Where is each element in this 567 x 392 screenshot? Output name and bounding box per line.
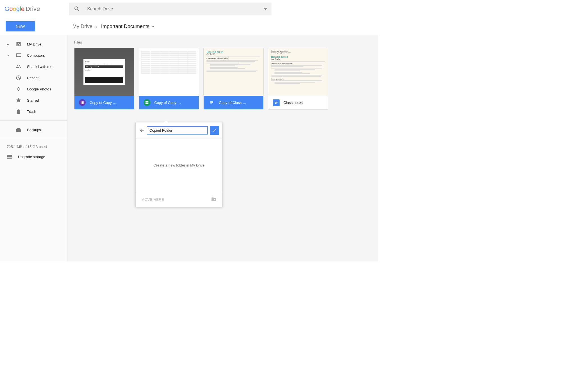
move-here-button[interactable]: MOVE HERE [141,197,164,202]
collapse-icon[interactable]: ▼ [7,54,10,57]
sidebar-item-label: My Drive [27,42,41,46]
sidebar-item-label: Upgrade storage [18,155,45,159]
main-content: Files Quiz For your answer for each ques… [67,35,378,261]
breadcrumb: My Drive › Important Documents [67,18,378,35]
dialog-empty-message: Create a new folder in My Drive [136,138,222,192]
file-name: Class notes [284,101,303,105]
sidebar-item-backups[interactable]: Backups [0,124,67,135]
trash-icon [16,109,21,114]
storage-usage-text: 725.1 MB of 15 GB used [0,142,67,151]
sidebar-item-upgrade[interactable]: Upgrade storage [0,151,67,162]
app-header: Google Drive [0,0,378,18]
drive-icon [16,41,21,47]
computers-icon [16,53,21,58]
logo[interactable]: Google Drive [4,5,69,13]
drive-word: Drive [26,5,40,13]
section-label-files: Files [74,40,371,44]
breadcrumb-dropdown-icon [152,26,155,27]
new-folder-icon[interactable] [211,197,217,202]
people-icon [16,64,21,69]
clock-icon [16,75,21,81]
breadcrumb-root[interactable]: My Drive [72,24,92,29]
search-bar[interactable] [69,3,271,15]
expand-icon[interactable]: ▶ [7,43,10,46]
breadcrumb-current[interactable]: Important Documents [101,24,155,29]
docs-icon [208,99,215,106]
docs-icon [273,99,280,106]
google-logo: Google [4,5,24,13]
file-name: Copy of Copy … [90,101,116,105]
star-icon [16,97,21,103]
back-arrow-icon[interactable] [139,127,145,133]
sidebar-item-label: Recent [27,76,38,80]
file-name: Copy of Class … [219,101,246,105]
file-thumbnail [139,48,199,96]
forms-icon [79,99,86,106]
files-grid: Quiz For your answer for each question c… [74,48,371,110]
file-thumbnail: Quiz For your answer for each question c… [74,48,134,96]
sheets-icon [144,99,150,106]
sidebar-item-photos[interactable]: Google Photos [0,83,67,95]
confirm-folder-button[interactable] [210,126,219,135]
sidebar-item-label: Shared with me [27,65,52,69]
file-thumbnail: Teacher: Ms. Wendy WriterEmail: no_reply… [268,48,328,96]
file-card[interactable]: Research Report Joy Smith Introduction: … [203,48,264,110]
sidebar-item-computers[interactable]: ▼ Computers [0,50,67,61]
sidebar-item-trash[interactable]: Trash [0,106,67,117]
folder-name-input[interactable] [147,126,208,135]
sidebar-item-shared[interactable]: Shared with me [0,61,67,72]
file-card[interactable]: Quiz For your answer for each question c… [74,48,134,110]
file-card[interactable]: Copy of Copy … [139,48,199,110]
subheader: NEW My Drive › Important Documents [0,18,378,35]
sidebar-item-label: Google Photos [27,87,51,91]
storage-icon [7,154,12,159]
photos-icon [16,86,21,92]
sidebar-item-recent[interactable]: Recent [0,72,67,83]
sidebar-item-label: Backups [27,128,41,132]
file-card[interactable]: Teacher: Ms. Wendy WriterEmail: no_reply… [268,48,328,110]
chevron-right-icon: › [96,23,98,30]
move-to-dialog: Create a new folder in My Drive MOVE HER… [135,122,223,207]
sidebar-item-starred[interactable]: Starred [0,95,67,106]
new-button[interactable]: NEW [6,21,35,31]
search-options-dropdown-icon[interactable] [264,8,267,10]
sidebar-item-my-drive[interactable]: ▶ My Drive [0,38,67,50]
file-thumbnail: Research Report Joy Smith Introduction: … [204,48,263,96]
check-icon [212,128,217,133]
search-icon [74,6,80,12]
cloud-icon [16,127,21,133]
search-input[interactable] [87,6,264,12]
sidebar-item-label: Starred [27,98,39,102]
file-name: Copy of Copy … [154,101,181,105]
sidebar-item-label: Computers [27,53,45,58]
sidebar-item-label: Trash [27,110,36,114]
sidebar: ▶ My Drive ▼ Computers Shared with me Re… [0,35,67,261]
